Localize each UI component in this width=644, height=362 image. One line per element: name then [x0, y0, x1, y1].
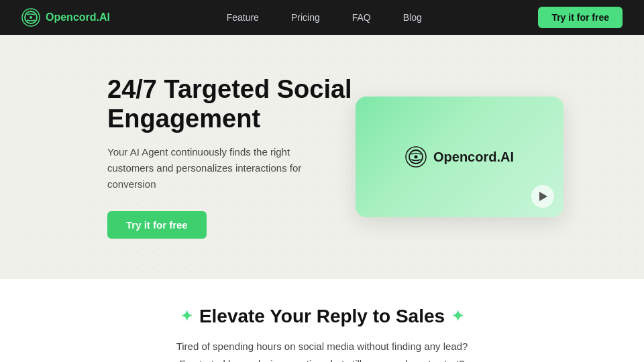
svg-point-3 — [414, 156, 417, 159]
nav-feature[interactable]: Feature — [227, 12, 259, 23]
hero-title: 24/7 Targeted Social Engagement — [107, 75, 352, 133]
video-card-inner: Opencord.AI — [405, 146, 514, 168]
video-card: Opencord.AI — [356, 97, 564, 217]
hero-cta-button[interactable]: Try it for free — [107, 211, 207, 239]
section-body-line2: Frustrated by analyzing mentions but sti… — [54, 355, 590, 362]
lower-section: ✦ Elevate Your Reply to Sales ✦ Tired of… — [0, 279, 644, 362]
nav-links: Feature Pricing FAQ Blog — [227, 12, 422, 23]
sparkle-left-icon: ✦ — [180, 308, 193, 325]
video-logo-icon — [405, 146, 427, 168]
nav-blog[interactable]: Blog — [403, 12, 422, 23]
navbar: Opencord.AI Feature Pricing FAQ Blog Try… — [0, 0, 644, 35]
play-icon — [539, 192, 547, 201]
logo-text: Opencord.AI — [46, 11, 110, 23]
nav-faq[interactable]: FAQ — [352, 12, 371, 23]
sparkle-right-icon: ✦ — [451, 308, 464, 325]
svg-point-1 — [30, 16, 32, 19]
hero-subtitle: Your AI Agent continuously finds the rig… — [107, 144, 322, 192]
hero-content: 24/7 Targeted Social Engagement Your AI … — [107, 75, 352, 239]
section-body-line1: Tired of spending hours on social media … — [54, 338, 590, 355]
hero-section: 24/7 Targeted Social Engagement Your AI … — [0, 35, 644, 279]
play-button[interactable] — [531, 185, 554, 208]
nav-cta-button[interactable]: Try it for free — [538, 7, 623, 28]
logo[interactable]: Opencord.AI — [21, 8, 110, 27]
section-title: ✦ Elevate Your Reply to Sales ✦ — [54, 306, 590, 327]
logo-icon — [21, 8, 40, 27]
nav-pricing[interactable]: Pricing — [291, 12, 320, 23]
video-logo-text: Opencord.AI — [433, 149, 514, 165]
